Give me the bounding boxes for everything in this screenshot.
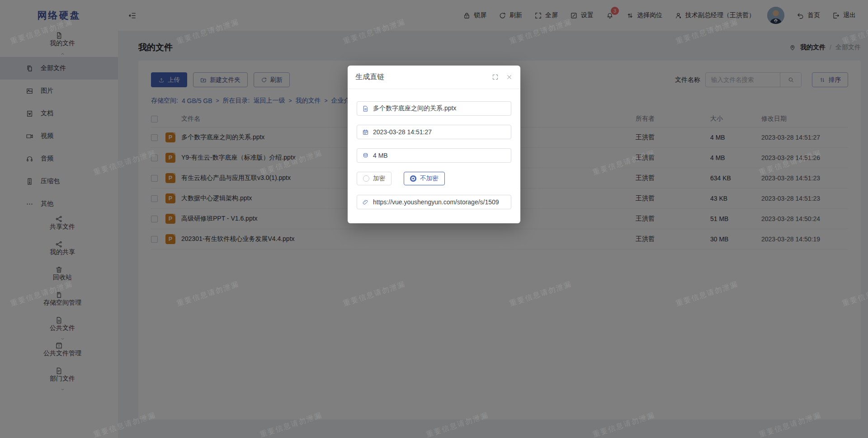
modal-header: 生成直链 bbox=[348, 66, 520, 89]
modal-fullscreen-icon[interactable] bbox=[492, 74, 499, 80]
radio-no-encrypt[interactable]: 不加密 bbox=[404, 172, 445, 185]
radio-dot bbox=[363, 175, 369, 182]
direct-link-url: https://vue.youshengyun.com/storage/s/15… bbox=[373, 198, 499, 206]
radio-dot-selected bbox=[410, 175, 416, 182]
link-file-name-field: 多个数字底座之间的关系.pptx bbox=[357, 101, 511, 116]
link-size-field: 4 MB bbox=[357, 148, 511, 163]
link-modified-field: 2023-03-28 14:51:27 bbox=[357, 125, 511, 139]
database-icon bbox=[362, 152, 369, 159]
close-icon[interactable] bbox=[506, 74, 513, 80]
file-icon bbox=[362, 105, 369, 112]
modal-title: 生成直链 bbox=[355, 72, 384, 82]
direct-link-field[interactable]: https://vue.youshengyun.com/storage/s/15… bbox=[357, 195, 511, 209]
generate-link-modal: 生成直链 多个数字底座之间的关系.pptx 2023-03-28 14:51:2… bbox=[348, 66, 520, 223]
modal-body: 多个数字底座之间的关系.pptx 2023-03-28 14:51:27 4 M… bbox=[348, 89, 520, 218]
calendar-icon bbox=[362, 129, 369, 136]
encrypt-radio-group: 加密 不加密 bbox=[357, 172, 511, 185]
paperclip-icon bbox=[362, 199, 369, 206]
radio-encrypt[interactable]: 加密 bbox=[357, 172, 392, 185]
